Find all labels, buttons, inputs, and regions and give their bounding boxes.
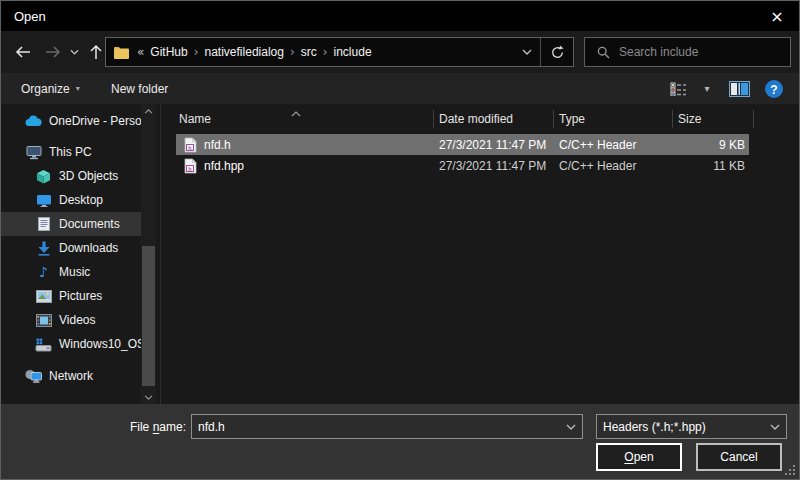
sidebar-item-desktop[interactable]: Desktop <box>1 188 141 212</box>
details-view-button[interactable] <box>661 73 695 104</box>
sidebar-item-label: Videos <box>59 313 95 327</box>
command-toolbar: Organize ▾ New folder ▾ <box>1 73 799 104</box>
back-button[interactable] <box>9 39 37 65</box>
sidebar-item-label: Pictures <box>59 289 102 303</box>
column-header-type[interactable]: Type <box>554 104 673 134</box>
sidebar-item-onedrive[interactable]: OneDrive - Persor <box>1 109 141 133</box>
file-row-nfd-hpp[interactable]: h nfd.hpp 27/3/2021 11:47 PM C/C++ Heade… <box>176 155 749 176</box>
network-icon <box>25 369 42 383</box>
sidebar-item-pictures[interactable]: Pictures <box>1 284 141 308</box>
arrow-left-icon <box>15 45 31 59</box>
search-box <box>584 37 791 67</box>
sidebar-item-label: Desktop <box>59 193 103 207</box>
download-arrow-icon <box>35 241 52 256</box>
help-button[interactable]: ? <box>759 73 789 104</box>
file-size: 9 KB <box>673 138 749 152</box>
scroll-up-icon[interactable] <box>141 104 156 118</box>
view-controls: ▾ ? <box>661 73 789 104</box>
close-icon[interactable]: × <box>755 1 799 31</box>
file-row-nfd-h[interactable]: h nfd.h 27/3/2021 11:47 PM C/C++ Header … <box>176 134 749 155</box>
sidebar-scrollbar[interactable] <box>141 104 156 404</box>
sidebar-item-3d-objects[interactable]: 3D Objects <box>1 164 141 188</box>
recent-locations-button[interactable] <box>65 39 83 65</box>
scrollbar-thumb[interactable] <box>142 246 155 386</box>
new-folder-label: New folder <box>111 82 168 96</box>
file-type-select[interactable]: Headers (*.h;*.hpp) <box>596 414 787 439</box>
folder-icon <box>113 45 130 60</box>
sidebar-item-videos[interactable]: Videos <box>1 308 141 332</box>
music-note-icon: ♪ <box>35 264 52 280</box>
sidebar-item-this-pc[interactable]: This PC <box>1 140 141 164</box>
file-size: 11 KB <box>673 159 749 173</box>
dropdown-arrow-icon: ▾ <box>704 83 709 94</box>
refresh-icon <box>550 45 565 60</box>
column-headers: Name Date modified Type Size <box>176 104 799 134</box>
forward-button[interactable] <box>39 39 67 65</box>
view-dropdown-button[interactable]: ▾ <box>695 73 719 104</box>
picture-icon <box>35 290 52 303</box>
document-icon <box>35 217 52 231</box>
svg-text:?: ? <box>770 82 777 96</box>
header-file-icon: h <box>184 158 197 174</box>
sidebar-item-music[interactable]: ♪ Music <box>1 260 141 284</box>
sidebar-item-label: OneDrive - Persor <box>49 114 141 128</box>
file-name: nfd.hpp <box>204 159 244 173</box>
breadcrumb-overflow[interactable]: « <box>137 45 144 59</box>
film-icon <box>35 314 52 327</box>
column-header-name[interactable]: Name <box>176 104 434 134</box>
breadcrumb-item-include[interactable]: include <box>328 38 378 66</box>
address-bar[interactable]: « GitHub › nativefiledialog › src › incl… <box>105 37 574 67</box>
onedrive-cloud-icon <box>25 115 42 127</box>
desktop-icon <box>35 194 52 207</box>
file-date-modified: 27/3/2021 11:47 PM <box>434 159 554 173</box>
arrow-right-icon <box>45 45 61 59</box>
new-folder-button[interactable]: New folder <box>111 73 168 104</box>
scroll-down-icon[interactable] <box>141 390 156 404</box>
file-list: Name Date modified Type Size h nfd.h 27/… <box>161 104 799 404</box>
search-input[interactable] <box>619 39 790 65</box>
navigation-pane: OneDrive - Persor This PC 3D Objects Des… <box>1 104 141 404</box>
sidebar-item-label: Documents <box>59 217 120 231</box>
sidebar-item-label: Network <box>49 369 93 383</box>
preview-pane-icon <box>729 81 750 97</box>
column-header-size[interactable]: Size <box>673 104 754 134</box>
preview-pane-button[interactable] <box>719 73 759 104</box>
main-area: OneDrive - Persor This PC 3D Objects Des… <box>1 104 799 404</box>
file-date-modified: 27/3/2021 11:47 PM <box>434 138 554 152</box>
sidebar-item-downloads[interactable]: Downloads <box>1 236 141 260</box>
file-name-label: File name: <box>1 420 186 434</box>
file-name-input[interactable] <box>192 415 560 438</box>
column-header-date-modified[interactable]: Date modified <box>434 104 554 134</box>
chevron-down-icon <box>522 49 532 55</box>
address-dropdown-button[interactable] <box>514 38 540 66</box>
computer-icon <box>25 145 42 160</box>
resize-grip[interactable] <box>784 464 795 475</box>
chevron-down-icon[interactable] <box>560 424 582 430</box>
file-name-combobox <box>191 414 583 439</box>
cancel-button[interactable]: Cancel <box>696 443 782 471</box>
title-bar: Open × <box>1 1 799 31</box>
sidebar-item-label: Downloads <box>59 241 118 255</box>
footer-panel: File name: Headers (*.h;*.hpp) Open Canc… <box>1 404 799 479</box>
refresh-button[interactable] <box>541 38 573 66</box>
sidebar-item-documents[interactable]: Documents <box>1 212 141 236</box>
open-button[interactable]: Open <box>596 443 682 471</box>
help-icon: ? <box>764 79 784 99</box>
file-rows: h nfd.h 27/3/2021 11:47 PM C/C++ Header … <box>176 134 799 176</box>
breadcrumb-item-src[interactable]: src <box>295 38 323 66</box>
sidebar-item-label: 3D Objects <box>59 169 118 183</box>
breadcrumb-item-github[interactable]: GitHub <box>144 38 193 66</box>
sidebar-item-network[interactable]: Network <box>1 364 141 388</box>
cube-icon <box>35 169 52 184</box>
sidebar-item-label: This PC <box>49 145 92 159</box>
chevron-down-icon <box>70 49 79 55</box>
file-type-value: Headers (*.h;*.hpp) <box>597 420 764 434</box>
file-type: C/C++ Header <box>554 159 673 173</box>
organize-button[interactable]: Organize ▾ <box>21 73 80 104</box>
details-view-icon <box>670 82 687 96</box>
sidebar-item-windows10-os[interactable]: Windows10_OS ( <box>1 332 141 356</box>
dropdown-arrow-icon: ▾ <box>76 84 80 93</box>
breadcrumb-item-nativefiledialog[interactable]: nativefiledialog <box>199 38 290 66</box>
sidebar-item-label: Windows10_OS ( <box>59 337 141 351</box>
hard-drive-icon <box>35 337 52 352</box>
